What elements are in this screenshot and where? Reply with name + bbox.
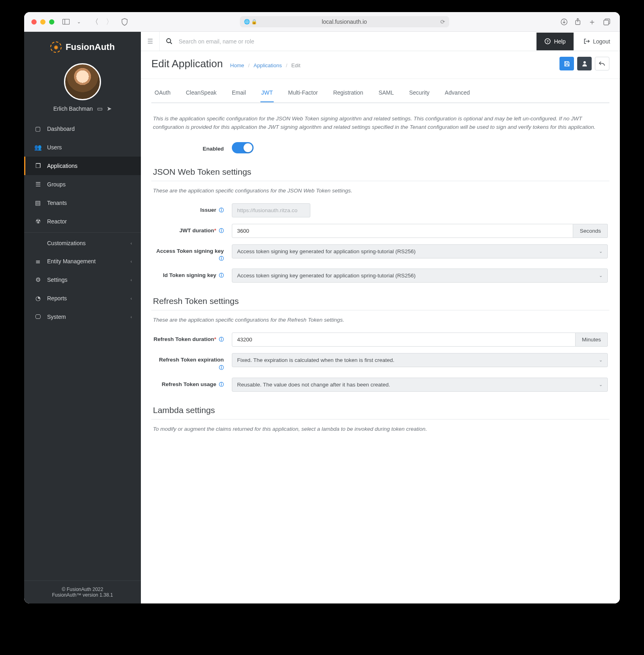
nav-icon: 👥 [34, 144, 41, 151]
logout-button[interactable]: Logout [574, 33, 620, 50]
tabs-overview-icon[interactable] [601, 17, 613, 27]
nav-icon: ☢ [34, 218, 41, 225]
nav-label: Groups [47, 181, 66, 188]
app-shell: ◉ FusionAuth Erlich Bachman ▭ ➤ ▢Dashboa… [24, 32, 620, 603]
crumb-applications[interactable]: Applications [254, 62, 282, 68]
user-action-button[interactable] [577, 57, 592, 70]
browser-chrome: ⌄ 〈 〉 🌐 🔒 local.fusionauth.io ⟳ ＋ [24, 12, 620, 32]
refresh-use-value: Reusable. The value does not change afte… [237, 382, 390, 388]
tab-saml[interactable]: SAML [378, 86, 394, 102]
nav-icon: ☰ [34, 181, 41, 188]
refresh-icon[interactable]: ⟳ [440, 19, 445, 25]
chevron-down-icon[interactable]: ⌄ [74, 18, 83, 26]
tab-registration[interactable]: Registration [332, 86, 364, 102]
nav-forward-icon[interactable]: 〉 [103, 17, 116, 27]
enabled-toggle[interactable] [232, 142, 254, 153]
info-icon[interactable]: ⓘ [219, 365, 224, 370]
access-key-select[interactable]: Access token signing key generated for a… [232, 244, 608, 258]
user-name: Erlich Bachman [53, 105, 93, 112]
nav-label: Settings [47, 277, 68, 283]
location-arrow-icon[interactable]: ➤ [107, 105, 112, 112]
refresh-dur-label: Refresh Token duration [153, 336, 214, 342]
id-key-select[interactable]: Access token signing key generated for a… [232, 269, 608, 283]
issuer-label: Issuer [200, 207, 216, 213]
info-icon[interactable]: ⓘ [219, 256, 224, 261]
help-button[interactable]: ? Help [536, 33, 574, 50]
info-icon[interactable]: ⓘ [219, 207, 224, 213]
logout-label: Logout [593, 38, 610, 45]
back-button[interactable] [595, 57, 609, 70]
refresh-use-select[interactable]: Reusable. The value does not change afte… [232, 378, 608, 392]
download-icon[interactable] [558, 17, 570, 27]
save-button[interactable] [559, 57, 574, 70]
brand-logo-icon: ◉ [50, 41, 62, 53]
sidebar-item-customizations[interactable]: Customizations‹ [24, 234, 141, 252]
sidebar-item-entity-management[interactable]: ≣Entity Management‹ [24, 252, 141, 271]
nav-label: Reactor [47, 218, 67, 225]
sidebar-item-reports[interactable]: ◔Reports‹ [24, 289, 141, 308]
refresh-exp-select[interactable]: Fixed. The expiration is calculated when… [232, 353, 608, 367]
sidebar-item-tenants[interactable]: ▤Tenants [24, 194, 141, 212]
minimize-window-icon[interactable] [40, 19, 45, 25]
nav-icon: ▤ [34, 199, 41, 207]
sidebar-item-groups[interactable]: ☰Groups [24, 175, 141, 194]
jwt-duration-label: JWT duration [180, 227, 214, 233]
refresh-dur-unit: Minutes [576, 333, 608, 347]
nav-icon: ❒ [34, 162, 41, 169]
jwt-intro: This is the application specific configu… [151, 104, 609, 139]
nav-label: Entity Management [47, 258, 96, 264]
sidebar-item-applications[interactable]: ❒Applications [24, 157, 141, 175]
collapse-sidebar-button[interactable]: ☰ [141, 32, 160, 51]
sidebar-item-system[interactable]: 🖵System‹ [24, 308, 141, 326]
tabs: OAuthCleanSpeakEmailJWTMulti-FactorRegis… [151, 79, 609, 103]
section-refresh-sub: These are the application specific confi… [151, 312, 609, 329]
tab-oauth[interactable]: OAuth [154, 86, 171, 102]
tab-advanced[interactable]: Advanced [444, 86, 471, 102]
id-key-value: Access token signing key generated for a… [237, 273, 416, 279]
info-icon[interactable]: ⓘ [219, 273, 224, 278]
tab-cleanspeak[interactable]: CleanSpeak [185, 86, 217, 102]
brand-text: FusionAuth [66, 42, 115, 52]
nav-label: Tenants [47, 200, 67, 206]
sidebar-toggle-icon[interactable] [60, 17, 72, 26]
tab-multi-factor[interactable]: Multi-Factor [287, 86, 319, 102]
refresh-dur-input[interactable] [232, 333, 576, 347]
chevron-left-icon: ‹ [130, 296, 132, 301]
maximize-window-icon[interactable] [49, 19, 54, 25]
nav-back-icon[interactable]: 〈 [89, 17, 101, 27]
main: ☰ ? Help Logout [141, 32, 620, 603]
search-input[interactable] [177, 33, 530, 50]
nav-label: Reports [47, 295, 67, 302]
sidebar-item-dashboard[interactable]: ▢Dashboard [24, 120, 141, 138]
address-bar[interactable]: 🌐 🔒 local.fusionauth.io ⟳ [136, 16, 553, 27]
tab-security[interactable]: Security [409, 86, 431, 102]
nav-separator [24, 232, 141, 233]
tab-email[interactable]: Email [231, 86, 247, 102]
info-icon[interactable]: ⓘ [219, 382, 224, 387]
crumb-home[interactable]: Home [230, 62, 244, 68]
svg-text:?: ? [547, 39, 549, 43]
shield-icon[interactable] [121, 18, 128, 26]
nav-label: Applications [47, 163, 78, 169]
new-tab-icon[interactable]: ＋ [586, 16, 599, 27]
info-icon[interactable]: ⓘ [219, 337, 224, 342]
nav-icon: ≣ [34, 258, 41, 265]
nav-icon: ▢ [34, 125, 41, 132]
access-key-label: Access Token signing key [156, 248, 224, 254]
close-window-icon[interactable] [31, 19, 37, 25]
sidebar-item-settings[interactable]: ⚙Settings‹ [24, 271, 141, 289]
svg-rect-4 [604, 20, 609, 25]
browser-window: ⌄ 〈 〉 🌐 🔒 local.fusionauth.io ⟳ ＋ [24, 12, 620, 603]
info-icon[interactable]: ⓘ [219, 228, 224, 233]
id-card-icon[interactable]: ▭ [97, 105, 103, 112]
jwt-duration-input[interactable] [232, 224, 573, 238]
tab-jwt[interactable]: JWT [260, 86, 274, 103]
version-text: FusionAuth™ version 1.38.1 [24, 592, 141, 598]
section-lambda-sub: To modify or augment the claims returned… [151, 421, 609, 438]
avatar[interactable] [64, 63, 101, 100]
logout-icon [584, 38, 590, 44]
access-key-value: Access token signing key generated for a… [237, 248, 416, 254]
sidebar-item-reactor[interactable]: ☢Reactor [24, 212, 141, 231]
share-icon[interactable] [572, 17, 583, 27]
sidebar-item-users[interactable]: 👥Users [24, 138, 141, 157]
